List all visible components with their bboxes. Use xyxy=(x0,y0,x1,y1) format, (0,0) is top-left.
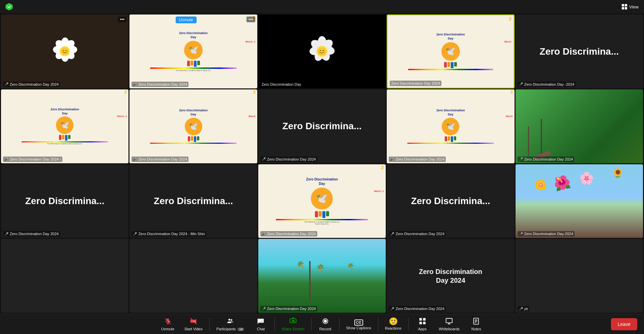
video-tile-15 xyxy=(1,239,128,313)
tile-4-label: 🎤 Zero Discrimination Day -2024 xyxy=(518,82,576,87)
video-tile-19: 🎤 ye xyxy=(516,239,643,313)
tile-10-big-text: Zero Discrimina... xyxy=(25,195,105,207)
share-screen-btn[interactable]: ▲ Share Screen xyxy=(277,315,309,333)
participants-btn[interactable]: ▲ Participants 18 xyxy=(212,315,249,333)
whiteboards-icon xyxy=(445,317,453,326)
tile-7-big-text: Zero Discrimina... xyxy=(283,120,362,132)
toolbar: ▲ Unmute ▲ Start Video xyxy=(0,314,644,334)
start-video-btn[interactable]: ▲ Start Video xyxy=(180,315,207,333)
participants-chevron-icon[interactable]: ▲ xyxy=(230,319,233,323)
svg-rect-11 xyxy=(419,318,421,320)
video-tile-1: Zero DiscriminationDay 🕊️ TO PROTECT EVE… xyxy=(129,15,257,88)
video-chevron-icon[interactable]: ▲ xyxy=(193,319,196,323)
unmute-chevron-icon[interactable]: ▲ xyxy=(168,319,170,323)
tile-10-label: 🎤 Zero Discrimination Day 2024 xyxy=(3,231,60,236)
video-tile-12: Zero DiscriminationDay 🕊️ TO PROTECT EVE… xyxy=(258,164,386,238)
notes-label: Notes xyxy=(471,327,481,331)
video-tile-14: 🌺 🌸 🌼 🌻 🎤 Zero Discrimination Day-2024 xyxy=(516,164,643,238)
tile-1-label: 🎤 Zero Discrimination Day 2024 xyxy=(131,82,188,87)
tile-7-label: 🎤 Zero Discrimination Day 2024 xyxy=(260,157,317,162)
whiteboards-btn[interactable]: Whiteboards xyxy=(434,315,465,333)
video-tile-7: Zero Discrimina... 🎤 Zero Discrimination… xyxy=(258,89,386,163)
reactions-btn[interactable]: 🙂 ▲ Reactions xyxy=(380,316,406,332)
tile-0-more[interactable]: ••• xyxy=(118,17,127,22)
whiteboards-label: Whiteboards xyxy=(439,327,460,331)
unmute-toolbar-btn[interactable]: ▲ Unmute xyxy=(156,315,180,333)
tile-11-big-text: Zero Discrimina... xyxy=(154,195,233,207)
tile-6-label: 🎤 Zero Discrimination Day 2024 xyxy=(131,157,188,162)
grid-view-icon xyxy=(622,4,627,9)
video-tile-3: Zero DiscriminationDay 🕊️ March 🎗️ Zero … xyxy=(387,15,514,88)
divider-6 xyxy=(408,317,409,331)
video-tile-10: Zero Discrimina... 🎤 Zero Discrimination… xyxy=(1,164,128,238)
record-label: Record xyxy=(319,327,331,331)
unmute-button[interactable]: Unmute xyxy=(176,17,197,23)
svg-rect-12 xyxy=(423,318,425,320)
apps-label: Apps xyxy=(418,327,427,331)
participants-count: 18 xyxy=(237,328,244,331)
tile-3-label: Zero Discrimination Day 2024 xyxy=(390,81,441,86)
share-screen-label: Share Screen xyxy=(282,327,304,331)
divider-4 xyxy=(339,317,340,331)
tile-4-mute-icon: 🎤 xyxy=(519,82,523,86)
apps-btn[interactable]: Apps xyxy=(411,315,434,333)
unmute-label: Unmute xyxy=(161,327,174,331)
divider-1 xyxy=(209,317,210,331)
tile-12-label: 🎤 Zero Discrimination Day 2024 xyxy=(260,231,317,236)
captions-icon: CC xyxy=(354,318,363,325)
tile-19-label: 🎤 ye xyxy=(518,306,530,311)
tile-9-label: 🎤 Zero Discrimination Day 2024 xyxy=(518,157,575,162)
share-screen-chevron[interactable]: ▲ xyxy=(293,319,295,323)
video-tile-0: 😊 ••• 🎤 Zero Discrimination Day 2024 xyxy=(1,15,128,88)
video-tile-16 xyxy=(129,239,257,313)
divider-3 xyxy=(311,317,312,331)
svg-point-9 xyxy=(324,319,327,323)
show-captions-label: Show Captions xyxy=(346,326,371,330)
tile-0-label: 🎤 Zero Discrimination Day 2024 xyxy=(3,82,60,87)
leave-button[interactable]: Leave xyxy=(611,318,637,330)
reactions-label: Reactions xyxy=(385,326,402,330)
tile-11-label: 🎤 Zero Discrimination Day 2024 - Min Shi… xyxy=(131,231,206,236)
tile-4-big-text: Zero Discrimina... xyxy=(539,46,619,57)
top-bar: View xyxy=(0,0,644,13)
tile-1-mute-icon: 🎤 xyxy=(133,82,137,86)
tile-18-label: 🎤 Zero Discrimination Day 2024 xyxy=(389,306,446,311)
video-tile-9: 🎤 Zero Discrimination Day 2024 xyxy=(516,89,643,163)
view-button[interactable]: View xyxy=(622,4,639,9)
divider-2 xyxy=(274,317,275,331)
tile-14-label: 🎤 Zero Discrimination Day-2024 xyxy=(518,231,575,236)
tile-0-mute-icon: 🎤 xyxy=(4,82,8,86)
notes-icon xyxy=(472,317,480,326)
tile-17-label: 🎤 Zero Discrimination Day 2024 xyxy=(260,306,317,311)
video-tile-4: Zero Discrimina... 🎤 Zero Discrimination… xyxy=(516,15,643,88)
captions-chevron[interactable]: ▲ xyxy=(359,320,362,323)
tile-1-more[interactable]: ••• xyxy=(246,17,255,22)
reactions-chevron[interactable]: ▲ xyxy=(394,320,397,323)
notes-btn[interactable]: Notes xyxy=(464,315,488,333)
chat-btn[interactable]: ▲ Chat xyxy=(249,315,272,333)
tile-18-big-text: Zero DiscriminationDay 2024 xyxy=(419,267,482,285)
video-tile-8: Zero DiscriminationDay 🕊️ March 🎗️ 🎤 Zer… xyxy=(387,89,514,163)
svg-rect-15 xyxy=(446,318,452,323)
video-tile-18: Zero DiscriminationDay 2024 🎤 Zero Discr… xyxy=(387,239,514,313)
chat-chevron-icon[interactable]: ▲ xyxy=(261,319,263,323)
participants-label-row: Participants 18 xyxy=(216,327,244,331)
video-tile-5: Zero DiscriminationDay 🕊️ TO PROTECT EVE… xyxy=(1,89,128,163)
svg-rect-13 xyxy=(419,322,421,324)
video-tile-2: 😊 Zero Discrimination Day xyxy=(258,15,386,88)
video-tile-17: 🌴 🌴 🌴 🎤 Zero Discrimination Day 2024 xyxy=(258,239,386,313)
record-btn[interactable]: Record xyxy=(314,315,337,333)
apps-icon xyxy=(419,317,426,326)
chat-label: Chat xyxy=(257,327,265,331)
start-video-label: Start Video xyxy=(184,327,203,331)
tile-2-label: Zero Discrimination Day xyxy=(260,82,302,87)
tile-5-label: 🎤 Zero Discrimination Day 2024 r xyxy=(3,157,62,162)
show-captions-btn[interactable]: CC ▲ Show Captions xyxy=(342,316,376,332)
video-grid: 😊 ••• 🎤 Zero Discrimination Day 2024 Zer… xyxy=(0,13,644,314)
tile-13-big-text: Zero Discrimina... xyxy=(411,195,490,207)
tile-13-label: 🎤 Zero Discrimination Day 2024 xyxy=(389,231,446,236)
tile-8-label: 🎤 Zero Discrimination Day 2024 xyxy=(389,157,446,162)
video-tile-13: Zero Discrimina... 🎤 Zero Discrimination… xyxy=(387,164,514,238)
svg-rect-14 xyxy=(423,322,425,324)
record-icon xyxy=(322,317,329,326)
